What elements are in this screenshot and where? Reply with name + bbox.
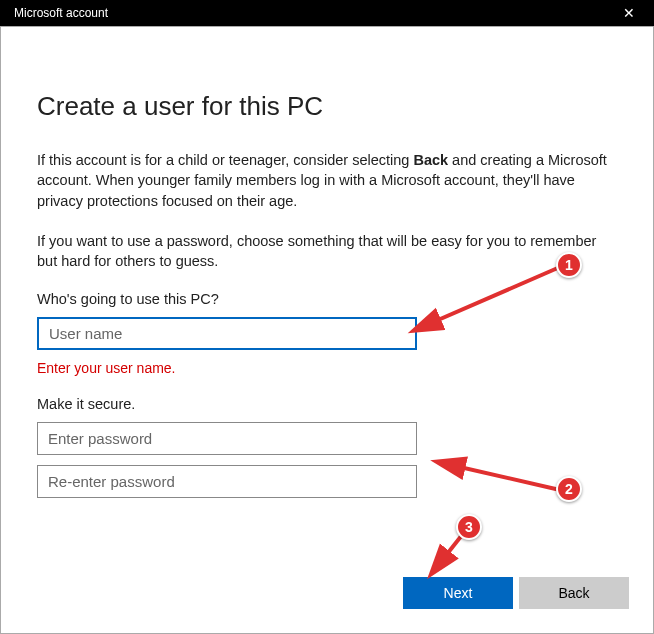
back-button[interactable]: Back bbox=[519, 577, 629, 609]
next-button[interactable]: Next bbox=[403, 577, 513, 609]
error-message: Enter your user name. bbox=[37, 360, 617, 376]
username-placeholder: User name bbox=[49, 325, 122, 342]
desc1-pre: If this account is for a child or teenag… bbox=[37, 152, 413, 168]
secure-label: Make it secure. bbox=[37, 396, 617, 412]
footer-buttons: Next Back bbox=[403, 577, 629, 609]
window-title: Microsoft account bbox=[10, 6, 108, 20]
titlebar: Microsoft account ✕ bbox=[0, 0, 654, 26]
reenter-placeholder: Re-enter password bbox=[48, 473, 175, 490]
description-1: If this account is for a child or teenag… bbox=[37, 150, 617, 211]
dialog-content: Create a user for this PC If this accoun… bbox=[0, 26, 654, 634]
description-2: If you want to use a password, choose so… bbox=[37, 231, 617, 272]
username-input[interactable]: User name bbox=[37, 317, 417, 350]
desc1-bold: Back bbox=[413, 152, 448, 168]
password-placeholder: Enter password bbox=[48, 430, 152, 447]
password-input[interactable]: Enter password bbox=[37, 422, 417, 455]
close-icon[interactable]: ✕ bbox=[614, 5, 644, 21]
page-title: Create a user for this PC bbox=[37, 91, 617, 122]
who-label: Who's going to use this PC? bbox=[37, 291, 617, 307]
reenter-password-input[interactable]: Re-enter password bbox=[37, 465, 417, 498]
